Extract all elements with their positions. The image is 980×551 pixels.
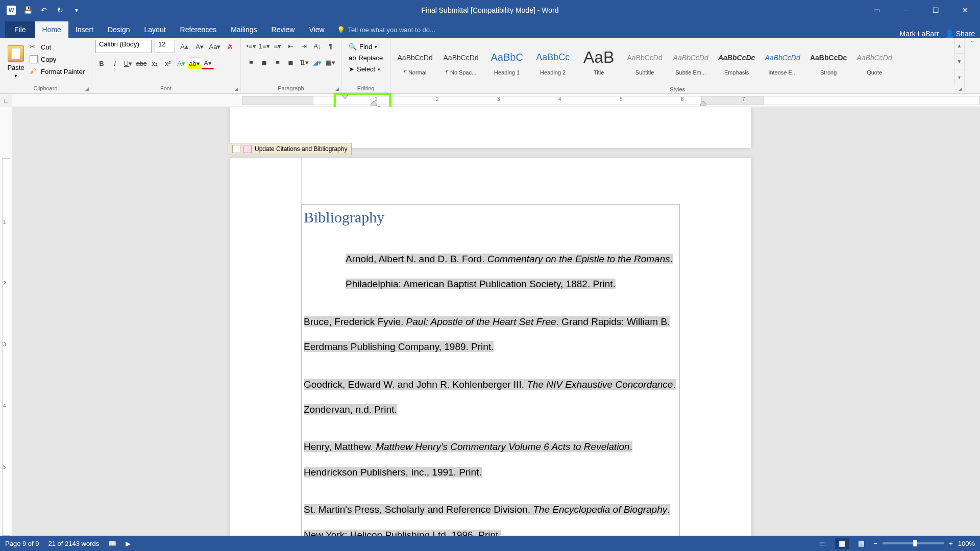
styles-scroll-up[interactable]: ▲ — [954, 38, 964, 54]
style-tile[interactable]: AaBbCcDdQuote — [852, 40, 897, 83]
read-mode-button[interactable]: ▭ — [816, 538, 830, 549]
subscript-button[interactable]: x₂ — [149, 57, 161, 69]
page-indicator[interactable]: Page 9 of 9 — [5, 540, 39, 547]
font-dialog-launcher[interactable]: ◢ — [235, 86, 238, 91]
clear-formatting-button[interactable]: A̷ — [224, 40, 236, 53]
format-painter-button[interactable]: 🖌Format Painter — [28, 66, 87, 77]
highlight-button[interactable]: ab▾ — [188, 57, 201, 69]
shading-button[interactable]: ◢▾ — [311, 56, 324, 68]
spell-check-icon[interactable]: 📖 — [108, 540, 116, 547]
style-tile[interactable]: AaBbCcDdSubtitle — [622, 40, 667, 83]
zoom-out-button[interactable]: − — [874, 540, 878, 547]
web-layout-button[interactable]: ▤ — [854, 538, 869, 549]
paragraph-dialog-launcher[interactable]: ◢ — [335, 86, 339, 91]
font-name-select[interactable]: Calibri (Body) — [95, 40, 152, 53]
cut-button[interactable]: ✂Cut — [28, 42, 87, 52]
bibliography-entry[interactable]: Henry, Matthew. Matthew Henry's Commenta… — [304, 434, 677, 485]
borders-button[interactable]: ▦▾ — [325, 56, 337, 68]
undo-icon[interactable]: ↶ — [38, 4, 50, 16]
bibliography-entry[interactable]: Goodrick, Edward W. and John R. Kohlenbe… — [304, 372, 677, 422]
tab-insert[interactable]: Insert — [68, 21, 101, 38]
style-tile[interactable]: AaBbCcDcStrong — [806, 40, 851, 83]
decrease-indent-button[interactable]: ⇤ — [285, 40, 297, 52]
style-tile[interactable]: AaBbCcDdSubtle Em... — [668, 40, 713, 83]
word-app-icon[interactable]: W — [5, 4, 17, 16]
style-tile[interactable]: AaBbCcHeading 2 — [530, 40, 575, 83]
align-left-button[interactable]: ≡ — [245, 56, 257, 68]
font-color-button[interactable]: A▾ — [202, 57, 214, 69]
tab-file[interactable]: File — [5, 21, 35, 38]
bibliography-entry[interactable]: St. Martin's Press, Scholarly and Refere… — [304, 497, 677, 536]
bold-button[interactable]: B — [95, 57, 108, 69]
collapse-ribbon-icon[interactable]: ˇ — [971, 41, 973, 48]
tab-references[interactable]: References — [173, 21, 224, 38]
tab-mailings[interactable]: Mailings — [224, 21, 264, 38]
document-page[interactable]: Update Citations and Bibliography Biblio… — [230, 158, 751, 536]
underline-button[interactable]: U▾ — [122, 57, 134, 69]
justify-button[interactable]: ≣ — [285, 56, 297, 68]
vertical-ruler[interactable]: 12345 — [0, 107, 12, 536]
bullets-button[interactable]: •≡▾ — [245, 40, 257, 52]
style-tile[interactable]: AaBbCHeading 1 — [484, 40, 529, 83]
find-button[interactable]: 🔍Find▾ — [347, 42, 385, 52]
citations-update-bar[interactable]: Update Citations and Bibliography — [228, 143, 352, 155]
strikethrough-button[interactable]: abc — [135, 57, 148, 69]
italic-button[interactable]: I — [109, 57, 121, 69]
copy-button[interactable]: Copy — [28, 54, 87, 64]
style-tile[interactable]: AaBbCcDd¶ Normal — [393, 40, 437, 83]
share-button[interactable]: 👤Share — [945, 30, 975, 38]
select-button[interactable]: ➤Select▾ — [347, 64, 385, 74]
numbering-button[interactable]: 1≡▾ — [258, 40, 271, 52]
citations-refresh-icon[interactable] — [243, 145, 252, 153]
styles-more[interactable]: ▾ — [954, 69, 964, 85]
minimize-icon[interactable]: — — [891, 0, 921, 20]
horizontal-ruler[interactable]: ∟ 1234567 ↖ — [0, 94, 980, 107]
tab-view[interactable]: View — [302, 21, 331, 38]
word-count[interactable]: 21 of 2143 words — [48, 540, 100, 547]
right-indent-marker[interactable] — [700, 101, 706, 106]
ribbon-options-icon[interactable]: ▭ — [862, 0, 891, 20]
clipboard-dialog-launcher[interactable]: ◢ — [85, 86, 89, 91]
qat-customize-icon[interactable]: ▼ — [70, 4, 83, 16]
save-icon[interactable]: 💾 — [21, 4, 34, 16]
increase-indent-button[interactable]: ⇥ — [298, 40, 310, 52]
tab-home[interactable]: Home — [35, 21, 68, 38]
replace-button[interactable]: abReplace — [347, 53, 385, 63]
style-tile[interactable]: AaBbCcDdIntense E... — [760, 40, 805, 83]
tell-me-search[interactable]: 💡 Tell me what you want to do... — [337, 22, 435, 38]
first-line-indent-marker[interactable] — [342, 95, 348, 99]
bibliography-content-control[interactable]: Bibliography Arnold, Albert N. and D. B.… — [301, 204, 680, 536]
paste-button[interactable]: Paste ▼ — [4, 40, 28, 84]
tab-review[interactable]: Review — [264, 21, 302, 38]
styles-dialog-launcher[interactable]: ◢ — [959, 86, 962, 91]
style-tile[interactable]: AaBTitle — [576, 40, 621, 83]
bibliography-entry[interactable]: Bruce, Frederick Fyvie. Paul: Apostle of… — [304, 309, 677, 360]
sort-button[interactable]: A↓ — [311, 40, 324, 52]
maximize-icon[interactable]: ☐ — [921, 0, 950, 20]
citations-menu-icon[interactable] — [232, 145, 240, 153]
text-effects-button[interactable]: A▾ — [175, 57, 187, 69]
change-case-button[interactable]: Aa▾ — [209, 40, 221, 53]
line-spacing-button[interactable]: ⇅▾ — [298, 56, 310, 68]
multilevel-list-button[interactable]: ≡▾ — [272, 40, 284, 52]
hanging-indent-marker[interactable] — [371, 101, 377, 106]
tab-layout[interactable]: Layout — [137, 21, 173, 38]
font-size-select[interactable]: 12 — [155, 40, 175, 53]
tab-design[interactable]: Design — [101, 21, 137, 38]
bibliography-entry[interactable]: Arnold, Albert N. and D. B. Ford. Commen… — [304, 246, 677, 297]
close-icon[interactable]: ✕ — [950, 0, 980, 20]
macro-icon[interactable]: ▶ — [126, 540, 131, 547]
redo-icon[interactable]: ↻ — [54, 4, 66, 16]
align-right-button[interactable]: ≡ — [272, 56, 284, 68]
style-tile[interactable]: AaBbCcDcEmphasis — [714, 40, 759, 83]
user-name[interactable]: Mark LaBarr — [900, 30, 939, 38]
styles-scroll-down[interactable]: ▼ — [954, 54, 964, 69]
shrink-font-button[interactable]: A▾ — [193, 40, 206, 53]
styles-gallery[interactable]: AaBbCcDd¶ NormalAaBbCcDd¶ No Spac...AaBb… — [390, 38, 954, 85]
zoom-in-button[interactable]: + — [949, 540, 953, 547]
tab-selector[interactable]: ∟ — [0, 94, 12, 107]
print-layout-button[interactable]: ▦ — [835, 538, 849, 549]
zoom-slider[interactable] — [883, 542, 944, 544]
align-center-button[interactable]: ≣ — [258, 56, 271, 68]
show-marks-button[interactable]: ¶ — [325, 40, 337, 52]
